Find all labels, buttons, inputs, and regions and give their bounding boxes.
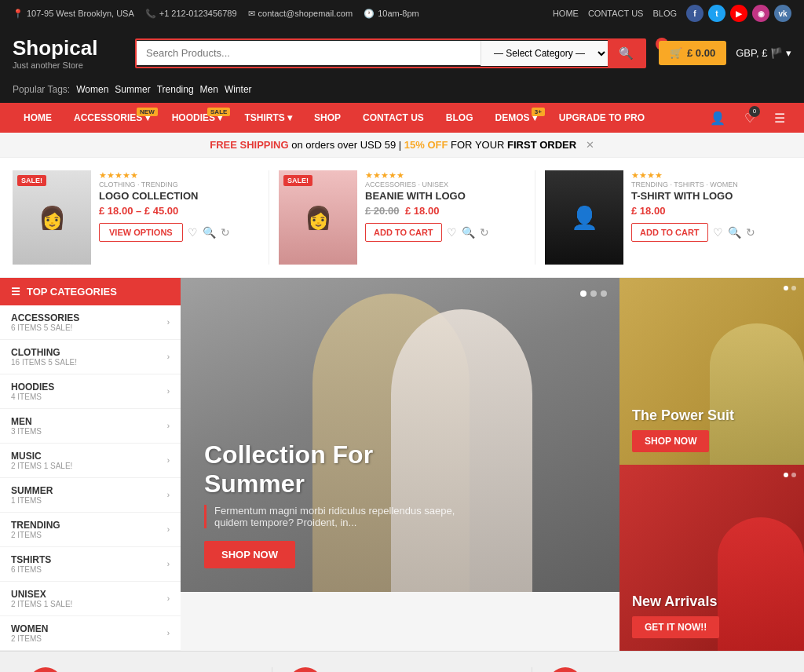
wishlist-button[interactable]: ♡0 <box>738 104 762 132</box>
search-button[interactable]: 🔍 <box>608 40 645 67</box>
search-bar: — Select Category — 🔍 <box>135 38 646 68</box>
footer-feature-shipping: ✈ FREE SHIPPING On all orders over $75.0… <box>13 667 272 672</box>
facebook-icon[interactable]: f <box>686 5 704 22</box>
instagram-icon[interactable]: ◉ <box>752 5 769 22</box>
notice-free-shipping: FREE SHIPPING <box>210 139 288 151</box>
tag-summer[interactable]: Summer <box>115 84 150 95</box>
product-image-2: SALE! 👩 <box>279 170 357 265</box>
sidebar-item-name-trending: TRENDING <box>11 520 60 531</box>
add-to-cart-button-2[interactable]: ADD TO CART <box>365 223 442 242</box>
twitter-icon[interactable]: t <box>708 5 725 22</box>
chevron-right-icon-tshirts: › <box>167 560 170 568</box>
phone: 📞 +1 212-0123456789 <box>145 9 237 19</box>
refresh-icon-3[interactable]: ↻ <box>746 226 755 239</box>
youtube-icon[interactable]: ▶ <box>730 5 747 22</box>
search-input[interactable] <box>137 41 481 65</box>
cart-button[interactable]: 🛒 £ 0.00 <box>659 41 726 65</box>
right-banner-bot-content: New Arrivals GET IT NOW!! <box>632 593 719 638</box>
product-price-2: £ 20.00 £ 18.00 <box>365 205 525 217</box>
location-icon: 📍 <box>13 9 24 19</box>
chevron-right-icon-music: › <box>167 456 170 465</box>
main-nav: HOME ACCESSORIES ▾NEW HOODIES ▾SALE TSHI… <box>0 103 804 133</box>
product-image-3: 👤 <box>545 170 623 265</box>
top-nav-blog[interactable]: BLOG <box>652 9 677 18</box>
nav-tshirts[interactable]: TSHIRTS ▾ <box>233 103 303 133</box>
hero-shop-now-button[interactable]: SHOP NOW <box>204 541 295 568</box>
right-dot-top-1[interactable] <box>784 286 788 290</box>
nav-hoodies[interactable]: HOODIES ▾SALE <box>161 103 234 133</box>
banner-area: Collection For Summer Fermentum magni mo… <box>181 278 619 651</box>
account-button[interactable]: 👤 <box>704 104 732 132</box>
product-price-new-2: £ 18.00 <box>405 205 439 217</box>
notice-close-button[interactable]: ✕ <box>586 139 594 151</box>
tag-women[interactable]: Women <box>76 84 108 95</box>
right-banner-top-dots <box>784 286 796 290</box>
product-rating-3: ★★★★ <box>631 170 791 181</box>
notice-discount: 15% OFF <box>404 139 448 151</box>
footer-feature-discount: 🎁 GET DISCOUNT Get Coupon & Discount <box>272 667 532 672</box>
product-price-1: £ 18.00 – £ 45.00 <box>99 205 259 217</box>
view-options-button-1[interactable]: VIEW OPTIONS <box>99 223 183 242</box>
sidebar-item-summer[interactable]: SUMMER 1 ITEMS › <box>0 478 181 513</box>
sidebar-item-sub-unisex: 2 ITEMS 1 SALE! <box>11 600 72 608</box>
sidebar-item-trending[interactable]: TRENDING 2 ITEMS › <box>0 513 181 547</box>
right-dot-bot-1[interactable] <box>784 473 788 477</box>
search-icon-3[interactable]: 🔍 <box>728 226 741 239</box>
sidebar-item-name-unisex: UNISEX <box>11 589 72 600</box>
sidebar-title: TOP CATEGORIES <box>27 286 117 298</box>
nav-blog[interactable]: BLOG <box>435 103 484 133</box>
wishlist-icon-2[interactable]: ♡ <box>447 226 457 239</box>
nav-shop[interactable]: SHOP <box>303 103 352 133</box>
right-banner-bot-button[interactable]: GET IT NOW!! <box>632 616 719 638</box>
hero-dot-2[interactable] <box>590 290 597 297</box>
tag-trending[interactable]: Trending <box>157 84 194 95</box>
search-icon-1[interactable]: 🔍 <box>203 226 216 239</box>
sidebar-item-hoodies[interactable]: HOODIES 4 ITEMS › <box>0 374 181 409</box>
sidebar-item-tshirts[interactable]: TSHIRTS 6 ITEMS › <box>0 547 181 582</box>
vk-icon[interactable]: vk <box>774 5 791 22</box>
hero-dot-1[interactable] <box>580 290 587 297</box>
product-card-3: 👤 ★★★★ TRENDING · TSHIRTS · WOMEN T-SHIR… <box>545 170 791 265</box>
sidebar-item-clothing[interactable]: CLOTHING 16 ITEMS 5 SALE! › <box>0 340 181 374</box>
clock-icon: 🕐 <box>364 9 375 19</box>
nav-home[interactable]: HOME <box>13 103 63 133</box>
nav-accessories[interactable]: ACCESSORIES ▾NEW <box>63 103 161 133</box>
refresh-icon-1[interactable]: ↻ <box>221 226 230 239</box>
tag-men[interactable]: Men <box>200 84 218 95</box>
shipping-icon: ✈ <box>28 667 63 672</box>
sidebar-item-men[interactable]: MEN 3 ITEMS › <box>0 409 181 444</box>
top-nav-contact[interactable]: CONTACT US <box>588 9 644 18</box>
sidebar-item-sub-men: 3 ITEMS <box>11 427 42 436</box>
search-icon-2[interactable]: 🔍 <box>462 226 475 239</box>
right-banner-bot-dots <box>784 473 796 477</box>
nav-contact[interactable]: CONTACT US <box>352 103 435 133</box>
hero-banner: Collection For Summer Fermentum magni mo… <box>181 278 619 592</box>
category-select[interactable]: — Select Category — <box>481 41 608 66</box>
right-dot-top-2[interactable] <box>791 286 796 290</box>
hero-dot-3[interactable] <box>601 290 607 297</box>
currency-selector[interactable]: GBP, £ 🏴 ▾ <box>736 47 791 59</box>
chevron-right-icon-trending: › <box>167 525 170 534</box>
add-to-cart-button-3[interactable]: ADD TO CART <box>631 223 708 242</box>
menu-button[interactable]: ☰ <box>768 104 791 132</box>
tag-winter[interactable]: Winter <box>225 84 252 95</box>
wishlist-icon-1[interactable]: ♡ <box>188 226 198 239</box>
notice-text2: on orders over USD 59 <box>291 139 396 151</box>
nav-upgrade[interactable]: UPGRADE TO PRO <box>548 103 656 133</box>
email: ✉ contact@shopemail.com <box>248 9 353 19</box>
nav-demos[interactable]: DEMOS ▾3+ <box>484 103 548 133</box>
notice-text4: FOR YOUR <box>451 139 507 151</box>
top-nav-home[interactable]: HOME <box>553 9 579 18</box>
sidebar-item-accessories[interactable]: ACCESSORIES 6 ITEMS 5 SALE! › <box>0 305 181 340</box>
right-dot-bot-2[interactable] <box>791 473 796 477</box>
support-icon: 🛟 <box>548 667 583 672</box>
right-banner-top-button[interactable]: SHOP NOW <box>632 430 709 452</box>
product-category-1: CLOTHING · TRENDING <box>99 181 259 188</box>
product-info-2: ★★★★★ ACCESSORIES · UNISEX BEANIE WITH L… <box>365 170 525 265</box>
sidebar-item-women[interactable]: WOMEN 2 ITEMS › <box>0 616 181 651</box>
sidebar-item-unisex[interactable]: UNISEX 2 ITEMS 1 SALE! › <box>0 582 181 616</box>
refresh-icon-2[interactable]: ↻ <box>480 226 489 239</box>
wishlist-badge: 0 <box>749 106 760 117</box>
sidebar-item-music[interactable]: MUSIC 2 ITEMS 1 SALE! › <box>0 444 181 478</box>
wishlist-icon-3[interactable]: ♡ <box>713 226 723 239</box>
